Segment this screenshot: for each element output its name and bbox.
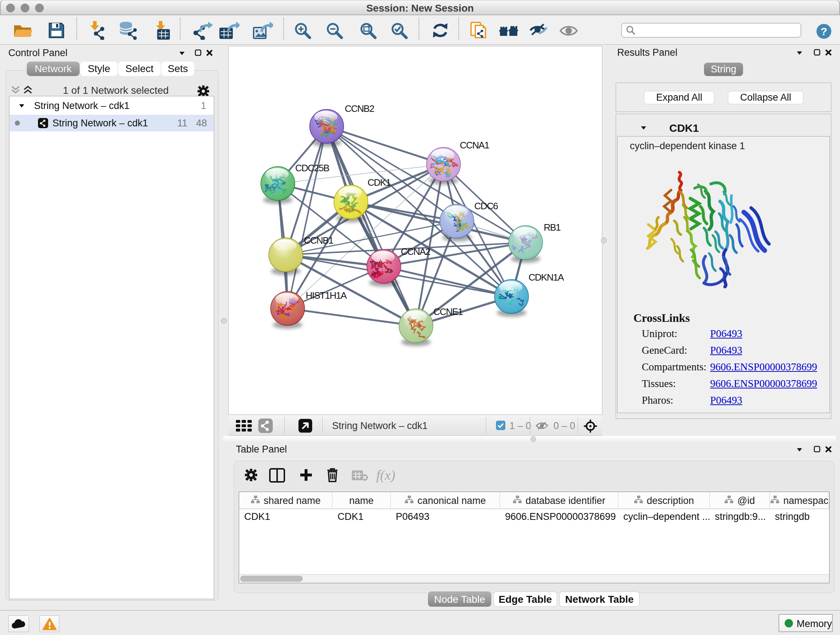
svg-text:RB1: RB1: [544, 222, 561, 233]
svg-text:CCNA2: CCNA2: [401, 246, 431, 257]
svg-text:CCNB1: CCNB1: [304, 235, 333, 246]
svg-text:CCNA1: CCNA1: [460, 140, 489, 150]
svg-text:CDK1: CDK1: [368, 177, 391, 188]
svg-text:CDC6: CDC6: [474, 201, 498, 211]
svg-text:CDKN1A: CDKN1A: [529, 272, 564, 283]
svg-text:CCNB2: CCNB2: [345, 103, 374, 114]
svg-text:HIST1H1A: HIST1H1A: [306, 290, 347, 301]
svg-text:CCNE1: CCNE1: [433, 306, 463, 317]
svg-text:CDC25B: CDC25B: [295, 163, 329, 173]
